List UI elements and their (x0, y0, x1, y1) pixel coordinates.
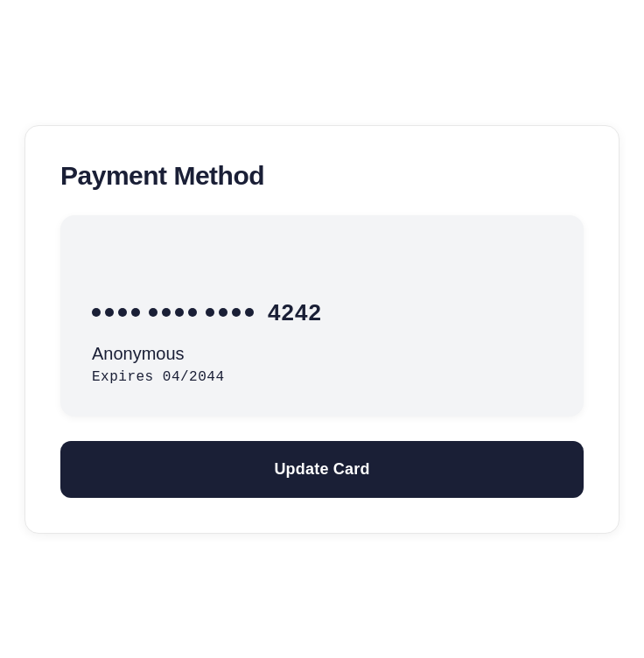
card-last-four: 4242 (268, 299, 322, 326)
dot (219, 308, 228, 317)
dot (118, 308, 127, 317)
dot (175, 308, 184, 317)
dot (232, 308, 241, 317)
card-dots-group-1 (92, 308, 140, 317)
dot (162, 308, 171, 317)
card-dots-group-2 (149, 308, 197, 317)
dot (92, 308, 101, 317)
payment-method-panel: Payment Method (24, 125, 620, 534)
dot (105, 308, 114, 317)
section-title: Payment Method (60, 161, 584, 191)
dot (245, 308, 254, 317)
card-visual: 4242 Anonymous Expires 04/2044 (60, 215, 584, 416)
card-number-row: 4242 (92, 299, 552, 326)
card-dots-group-3 (206, 308, 254, 317)
dot (131, 308, 140, 317)
dot (206, 308, 214, 317)
dot (149, 308, 158, 317)
card-cardholder: Anonymous (92, 344, 552, 364)
card-expiry: Expires 04/2044 (92, 369, 552, 385)
dot (188, 308, 197, 317)
update-card-button[interactable]: Update Card (60, 441, 584, 498)
